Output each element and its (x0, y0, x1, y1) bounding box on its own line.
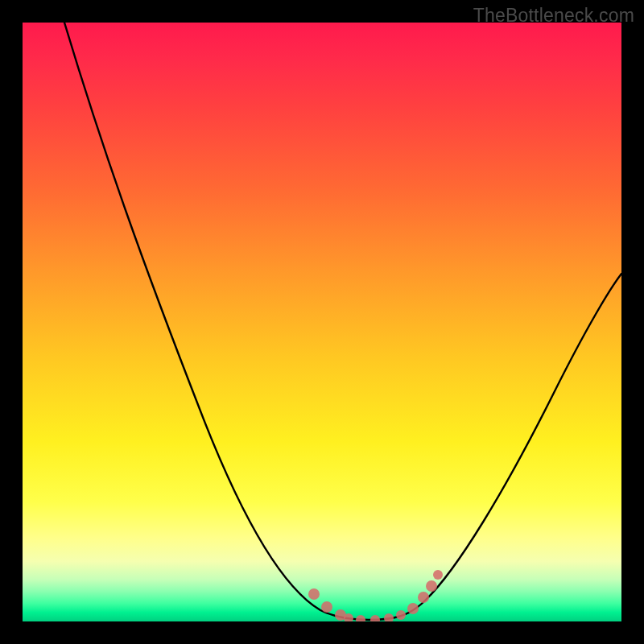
svg-point-7 (396, 610, 406, 620)
svg-point-10 (426, 580, 437, 592)
bottleneck-curve-svg (23, 23, 621, 621)
svg-point-0 (308, 588, 320, 600)
svg-point-8 (407, 603, 419, 614)
svg-point-1 (321, 601, 332, 613)
svg-point-5 (370, 615, 380, 621)
svg-point-6 (384, 613, 394, 621)
chart-frame (23, 23, 621, 621)
watermark-text: TheBottleneck.com (473, 5, 634, 27)
svg-point-9 (418, 592, 429, 603)
svg-point-4 (356, 615, 365, 621)
svg-point-11 (433, 570, 443, 580)
bottleneck-curve-path (64, 23, 621, 620)
